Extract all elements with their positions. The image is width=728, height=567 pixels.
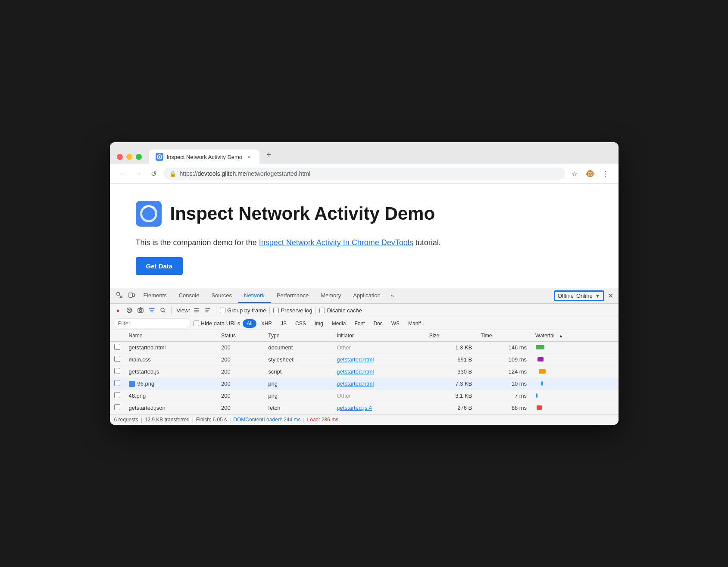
- domcontentloaded-link[interactable]: DOMContentLoaded: 244 ms: [233, 417, 300, 423]
- profile-button[interactable]: 🐵: [584, 168, 596, 180]
- filter-button[interactable]: [147, 305, 156, 315]
- waterfall-bar-cell: [531, 366, 618, 378]
- filter-pill-css[interactable]: CSS: [291, 319, 310, 328]
- initiator-link[interactable]: getstarted.js:4: [337, 405, 372, 411]
- hide-data-urls-label[interactable]: Hide data URLs: [194, 320, 241, 327]
- group-by-frame-input[interactable]: [220, 308, 225, 313]
- group-by-frame-label: Group by frame: [227, 307, 266, 314]
- menu-button[interactable]: ⋮: [600, 168, 612, 180]
- resource-time: 109 ms: [476, 354, 531, 366]
- filter-pill-xhr[interactable]: XHR: [257, 319, 276, 328]
- table-row[interactable]: getstarted.json200fetchgetstarted.js:427…: [110, 402, 619, 414]
- row-checkbox[interactable]: [114, 380, 120, 386]
- tab-close-button[interactable]: ×: [246, 153, 253, 160]
- resource-size: 7.3 KB: [425, 378, 476, 390]
- svg-rect-2: [117, 293, 119, 295]
- active-tab[interactable]: Inspect Network Activity Demo ×: [149, 150, 260, 164]
- status-requests: 6 requests: [114, 417, 138, 423]
- filter-pill-manif[interactable]: Manif…: [404, 319, 430, 328]
- clear-button[interactable]: [125, 305, 134, 315]
- new-tab-button[interactable]: +: [261, 147, 277, 162]
- resource-time: 146 ms: [476, 342, 531, 354]
- initiator-link[interactable]: getstarted.html: [337, 356, 374, 363]
- online-dropdown-highlighted[interactable]: Offline Online ▼: [554, 290, 604, 301]
- row-checkbox[interactable]: [114, 356, 120, 362]
- hide-data-urls-checkbox[interactable]: [194, 321, 199, 326]
- col-waterfall[interactable]: Waterfall ▲: [531, 330, 618, 342]
- back-button[interactable]: ←: [117, 168, 129, 180]
- tab-console[interactable]: Console: [173, 289, 206, 303]
- table-row[interactable]: getstarted.html200documentOther1.3 KB146…: [110, 342, 619, 354]
- element-picker-icon[interactable]: [113, 288, 125, 303]
- row-checkbox[interactable]: [114, 392, 120, 398]
- col-status[interactable]: Status: [217, 330, 264, 342]
- col-initiator[interactable]: Initiator: [332, 330, 425, 342]
- disable-cache-input[interactable]: [319, 308, 325, 313]
- load-link[interactable]: Load: 286 ms: [307, 417, 339, 423]
- initiator-link[interactable]: getstarted.html: [337, 368, 374, 375]
- table-row[interactable]: getstarted.js200scriptgetstarted.html330…: [110, 366, 619, 378]
- minimize-button[interactable]: [126, 154, 132, 160]
- lock-icon: 🔒: [169, 171, 176, 177]
- col-name[interactable]: Name: [125, 330, 217, 342]
- description-post: tutorial.: [413, 238, 441, 247]
- device-toolbar-icon[interactable]: [125, 288, 137, 303]
- window-controls: [117, 154, 142, 160]
- group-by-frame-checkbox[interactable]: Group by frame: [220, 307, 266, 314]
- row-checkbox[interactable]: [114, 344, 120, 350]
- row-checkbox[interactable]: [114, 368, 120, 374]
- get-data-button[interactable]: Get Data: [136, 257, 183, 275]
- filter-pill-ws[interactable]: WS: [387, 319, 403, 328]
- table-row[interactable]: 96.png200pnggetstarted.html7.3 KB10 ms: [110, 378, 619, 390]
- svg-point-7: [139, 309, 141, 312]
- camera-button[interactable]: [136, 305, 145, 315]
- url-bar[interactable]: 🔒 https://devtools.glitch.me/network/get…: [163, 168, 565, 180]
- tab-performance[interactable]: Performance: [271, 289, 315, 303]
- table-row[interactable]: 48.png200pngOther3.1 KB7 ms: [110, 390, 619, 402]
- col-type[interactable]: Type: [264, 330, 332, 342]
- waterfall-bar-cell: [531, 390, 618, 402]
- filter-pill-font[interactable]: Font: [350, 319, 369, 328]
- tab-memory[interactable]: Memory: [315, 289, 347, 303]
- col-size[interactable]: Size: [425, 330, 476, 342]
- waterfall-bar: [537, 405, 542, 410]
- resource-size: 691 B: [425, 354, 476, 366]
- waterfall-view-button[interactable]: [203, 305, 212, 315]
- disable-cache-label: Disable cache: [327, 307, 362, 314]
- filter-input[interactable]: [113, 318, 191, 328]
- devtools-close-button[interactable]: ✕: [606, 290, 615, 302]
- list-view-button[interactable]: [192, 305, 201, 315]
- page-title: Inspect Network Activity Demo: [170, 203, 435, 224]
- record-button[interactable]: ●: [113, 305, 123, 315]
- row-checkbox[interactable]: [114, 404, 120, 410]
- col-time[interactable]: Time: [476, 330, 531, 342]
- tab-more[interactable]: »: [387, 289, 398, 302]
- reload-button[interactable]: ↺: [148, 168, 160, 180]
- file-name: main.css: [129, 356, 151, 363]
- search-button[interactable]: [158, 305, 168, 315]
- status-bar: 6 requests | 12.9 KB transferred | Finis…: [110, 414, 619, 425]
- filter-pill-img[interactable]: Img: [311, 319, 327, 328]
- sort-arrow-icon: ▲: [559, 333, 563, 338]
- filter-pill-media[interactable]: Media: [328, 319, 350, 328]
- svg-point-1: [159, 156, 160, 158]
- initiator-link[interactable]: getstarted.html: [337, 380, 374, 387]
- description-link[interactable]: Inspect Network Activity In Chrome DevTo…: [259, 238, 413, 247]
- page-description: This is the companion demo for the Inspe…: [136, 237, 593, 249]
- forward-button[interactable]: →: [132, 168, 144, 180]
- bookmark-button[interactable]: ☆: [569, 168, 581, 180]
- filter-pill-doc[interactable]: Doc: [369, 319, 386, 328]
- preserve-log-checkbox[interactable]: Preserve log: [273, 307, 312, 314]
- close-button[interactable]: [117, 154, 123, 160]
- tab-sources[interactable]: Sources: [205, 289, 238, 303]
- maximize-button[interactable]: [136, 154, 142, 160]
- disable-cache-checkbox[interactable]: Disable cache: [319, 307, 362, 314]
- file-name: getstarted.html: [129, 344, 166, 351]
- filter-pill-all[interactable]: All: [243, 319, 256, 328]
- tab-application[interactable]: Application: [347, 289, 387, 303]
- preserve-log-input[interactable]: [273, 308, 279, 313]
- table-row[interactable]: main.css200stylesheetgetstarted.html691 …: [110, 354, 619, 366]
- tab-network[interactable]: Network: [238, 289, 271, 303]
- filter-pill-js[interactable]: JS: [277, 319, 291, 328]
- tab-elements[interactable]: Elements: [137, 289, 173, 303]
